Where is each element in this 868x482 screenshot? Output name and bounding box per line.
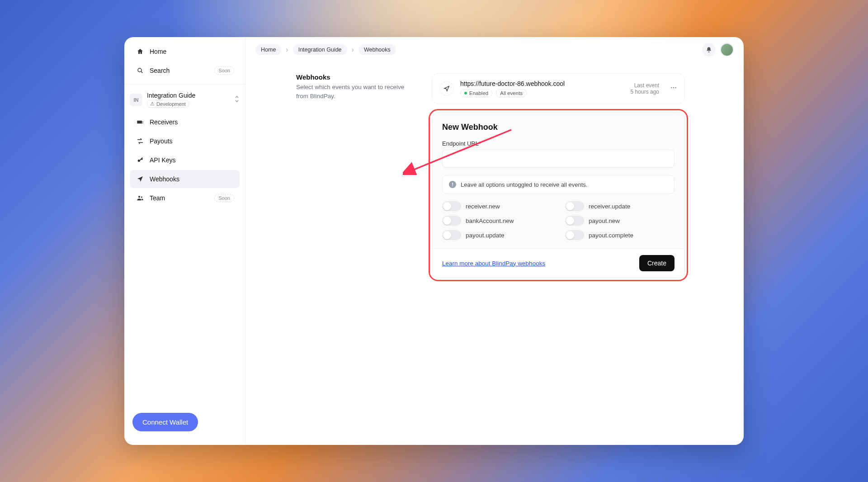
more-options-button[interactable] xyxy=(670,84,677,93)
sidebar-item-webhooks[interactable]: Webhooks xyxy=(130,170,240,188)
breadcrumb-item[interactable]: Webhooks xyxy=(359,44,396,55)
home-icon xyxy=(135,48,145,55)
last-event-meta: Last event 5 hours ago xyxy=(631,82,659,95)
form-title: New Webhook xyxy=(442,123,675,132)
warning-icon: ⚠ xyxy=(150,101,155,107)
sidebar-item-team[interactable]: Team Soon xyxy=(130,189,240,207)
svg-point-10 xyxy=(675,87,676,88)
learn-more-link[interactable]: Learn more about BlindPay webhooks xyxy=(442,260,545,267)
chevron-right-icon: › xyxy=(352,46,354,54)
toggle-label: receiver.update xyxy=(589,203,630,210)
svg-point-8 xyxy=(671,87,672,88)
sidebar-item-label: Receivers xyxy=(150,118,178,126)
svg-point-9 xyxy=(673,87,674,88)
sidebar-item-label: Home xyxy=(150,48,166,55)
send-icon xyxy=(135,175,145,183)
toggle-label: payout.complete xyxy=(589,232,633,239)
sidebar-item-payouts[interactable]: Payouts xyxy=(130,132,240,150)
project-name: Integration Guide xyxy=(147,92,195,99)
connect-wallet-button[interactable]: Connect Wallet xyxy=(132,413,198,431)
event-toggle-receiver-new: receiver.new xyxy=(442,201,552,211)
search-icon xyxy=(135,67,145,74)
sidebar: Home Search Soon IN Integration Guide ⚠ … xyxy=(124,37,245,445)
toggle-label: receiver.new xyxy=(466,203,500,210)
toggle-label: payout.update xyxy=(466,232,505,239)
bell-icon xyxy=(706,47,712,53)
soon-badge: Soon xyxy=(214,194,234,202)
payouts-icon xyxy=(135,137,145,145)
svg-rect-4 xyxy=(142,123,143,123)
toggle-switch[interactable] xyxy=(565,201,584,211)
event-toggle-payout-new: payout.new xyxy=(565,216,675,226)
event-toggle-receiver-update: receiver.update xyxy=(565,201,675,211)
svg-point-0 xyxy=(138,68,142,72)
sidebar-item-home[interactable]: Home xyxy=(130,43,240,61)
main-area: Home › Integration Guide › Webhooks Webh… xyxy=(245,37,744,445)
event-toggle-payout-update: payout.update xyxy=(442,230,552,240)
toggle-switch[interactable] xyxy=(565,216,584,226)
project-env-badge: ⚠ Development xyxy=(147,100,189,108)
svg-line-1 xyxy=(141,71,142,73)
status-badge: Enabled xyxy=(460,89,492,97)
svg-point-7 xyxy=(141,197,142,198)
topbar: Home › Integration Guide › Webhooks xyxy=(245,37,744,62)
toggle-label: payout.new xyxy=(589,217,620,224)
breadcrumb-item[interactable]: Integration Guide xyxy=(293,44,347,55)
sidebar-item-api-keys[interactable]: API Keys xyxy=(130,151,240,169)
scope-badge: All events xyxy=(496,89,527,97)
sidebar-item-label: Webhooks xyxy=(150,175,179,183)
info-callout: ! Leave all options untoggled to receive… xyxy=(442,175,675,194)
receivers-icon xyxy=(135,118,145,126)
new-webhook-form: New Webhook Endpoint URL* ! Leave all op… xyxy=(432,112,685,278)
toggle-switch[interactable] xyxy=(442,230,461,240)
app-window: Home Search Soon IN Integration Guide ⚠ … xyxy=(124,37,744,445)
sidebar-item-search[interactable]: Search Soon xyxy=(130,61,240,80)
toggle-label: bankAccount.new xyxy=(466,217,514,224)
toggle-switch[interactable] xyxy=(442,201,461,211)
notifications-button[interactable] xyxy=(702,43,716,57)
project-selector[interactable]: IN Integration Guide ⚠ Development xyxy=(124,88,245,111)
create-button[interactable]: Create xyxy=(639,255,675,271)
sidebar-item-receivers[interactable]: Receivers xyxy=(130,113,240,131)
user-avatar[interactable] xyxy=(720,43,734,57)
more-horizontal-icon xyxy=(670,84,677,91)
svg-rect-3 xyxy=(142,122,143,122)
send-icon xyxy=(439,81,454,96)
svg-point-5 xyxy=(138,160,140,162)
sidebar-item-label: API Keys xyxy=(150,156,176,164)
toggle-switch[interactable] xyxy=(442,216,461,226)
page-title: Webhooks xyxy=(296,73,414,81)
event-toggle-payout-complete: payout.complete xyxy=(565,230,675,240)
svg-rect-2 xyxy=(137,121,142,124)
project-avatar: IN xyxy=(130,94,142,106)
info-icon: ! xyxy=(449,181,456,188)
breadcrumbs: Home › Integration Guide › Webhooks xyxy=(255,44,396,55)
section-heading: Webhooks Select which events you want to… xyxy=(296,73,414,278)
endpoint-url-label: Endpoint URL* xyxy=(442,140,675,147)
toggle-switch[interactable] xyxy=(565,230,584,240)
soon-badge: Soon xyxy=(214,66,234,75)
page-subtitle: Select which events you want to receive … xyxy=(296,83,414,100)
info-text: Leave all options untoggled to receive a… xyxy=(461,181,587,188)
sidebar-item-label: Search xyxy=(150,67,170,74)
divider xyxy=(124,84,245,85)
sidebar-item-label: Payouts xyxy=(150,137,173,145)
webhook-card[interactable]: https://future-doctor-86.webhook.cool En… xyxy=(432,73,685,104)
webhook-url: https://future-doctor-86.webhook.cool xyxy=(460,80,565,87)
key-icon xyxy=(135,156,145,164)
endpoint-url-input[interactable] xyxy=(442,150,675,168)
chevron-up-down-icon xyxy=(234,95,240,104)
event-toggle-bankaccount-new: bankAccount.new xyxy=(442,216,552,226)
team-icon xyxy=(135,194,145,202)
sidebar-item-label: Team xyxy=(150,194,165,202)
svg-point-6 xyxy=(138,196,140,198)
chevron-right-icon: › xyxy=(286,46,288,54)
breadcrumb-item[interactable]: Home xyxy=(255,44,281,55)
